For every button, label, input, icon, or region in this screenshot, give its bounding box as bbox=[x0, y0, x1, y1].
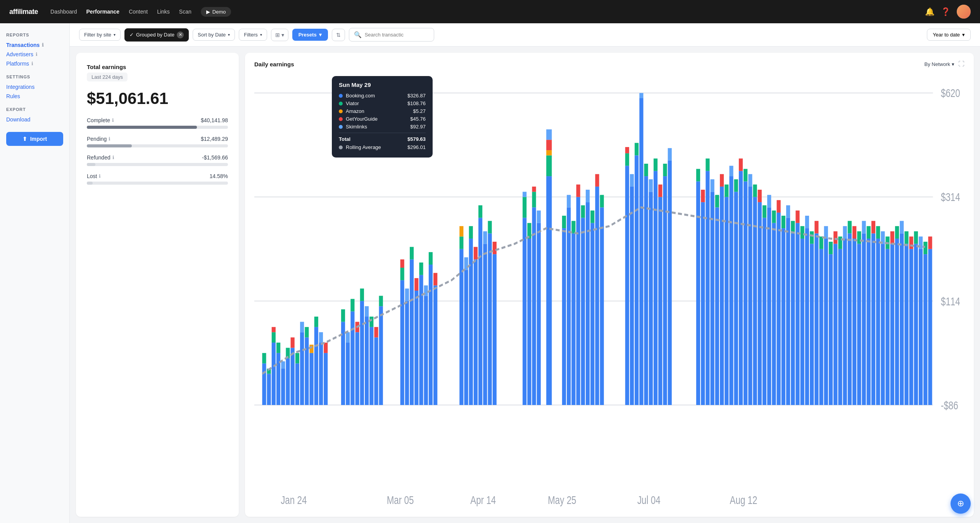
platforms-info-icon[interactable]: ℹ bbox=[31, 61, 33, 66]
sidebar-item-advertisers[interactable]: Advertisers ℹ bbox=[6, 50, 63, 59]
nav-links-item[interactable]: Links bbox=[157, 9, 170, 15]
viator-dot bbox=[339, 102, 343, 106]
nav-dashboard[interactable]: Dashboard bbox=[50, 9, 77, 15]
amazon-name: Amazon bbox=[346, 108, 364, 114]
avatar[interactable] bbox=[957, 5, 971, 19]
svg-text:-$86: -$86 bbox=[941, 399, 958, 412]
svg-rect-14 bbox=[272, 327, 276, 332]
filters-button[interactable]: Filters ▾ bbox=[239, 29, 267, 41]
help-icon[interactable]: ❓ bbox=[941, 7, 951, 16]
columns-button[interactable]: ⊞ ▾ bbox=[271, 29, 288, 41]
svg-rect-49 bbox=[369, 327, 373, 405]
demo-button[interactable]: ▶ Demo bbox=[201, 7, 231, 17]
filter-by-site-button[interactable]: Filter by site ▾ bbox=[79, 29, 121, 41]
svg-rect-169 bbox=[758, 202, 762, 405]
svg-text:$314: $314 bbox=[941, 190, 960, 204]
tooltip-amazon: Amazon $5.27 bbox=[339, 108, 426, 114]
svg-rect-143 bbox=[696, 182, 700, 405]
toolbar: Filter by site ▾ ✓ Grouped by Date ✕ Sor… bbox=[70, 23, 980, 47]
svg-rect-219 bbox=[876, 239, 880, 405]
sidebar-item-transactions[interactable]: Transactions ℹ bbox=[6, 40, 63, 50]
svg-rect-27 bbox=[305, 338, 309, 405]
tooltip-viator: Viator $108.76 bbox=[339, 100, 426, 106]
svg-rect-196 bbox=[819, 237, 823, 249]
sort-date-label: Sort by Date bbox=[198, 32, 226, 38]
sidebar-item-integrations[interactable]: Integrations bbox=[6, 82, 63, 92]
svg-rect-13 bbox=[272, 332, 276, 343]
chart-controls: By Network ▾ ⛶ bbox=[925, 61, 964, 68]
brand-logo[interactable]: affilimate bbox=[9, 8, 38, 16]
close-icon[interactable]: ✕ bbox=[177, 31, 184, 38]
sidebar-item-platforms[interactable]: Platforms ℹ bbox=[6, 59, 63, 68]
search-input[interactable] bbox=[365, 32, 429, 38]
chevron-down-icon: ▾ bbox=[962, 32, 965, 38]
grouped-by-date-button[interactable]: ✓ Grouped by Date ✕ bbox=[124, 28, 189, 42]
svg-rect-78 bbox=[469, 226, 473, 239]
complete-info-icon[interactable]: ℹ bbox=[112, 118, 114, 123]
fullscreen-button[interactable]: ⛶ bbox=[958, 61, 964, 68]
sort-by-date-button[interactable]: Sort by Date ▾ bbox=[193, 29, 235, 41]
svg-rect-53 bbox=[379, 306, 383, 405]
svg-rect-195 bbox=[819, 249, 823, 405]
svg-rect-138 bbox=[658, 185, 662, 197]
svg-rect-145 bbox=[701, 202, 705, 405]
svg-rect-87 bbox=[493, 254, 497, 405]
svg-rect-25 bbox=[300, 332, 304, 405]
by-network-button[interactable]: By Network ▾ bbox=[925, 61, 954, 67]
advertisers-info-icon[interactable]: ℹ bbox=[36, 52, 38, 57]
svg-rect-90 bbox=[523, 197, 526, 218]
refunded-info-icon[interactable]: ℹ bbox=[112, 155, 114, 160]
svg-rect-102 bbox=[546, 140, 552, 150]
adjust-button[interactable]: ⇅ bbox=[332, 29, 345, 41]
card-title: Total earnings bbox=[87, 64, 228, 70]
svg-rect-200 bbox=[829, 242, 833, 254]
sidebar-item-rules[interactable]: Rules bbox=[6, 92, 63, 101]
support-button[interactable]: ⊕ bbox=[951, 494, 971, 514]
nav-scan[interactable]: Scan bbox=[179, 9, 192, 15]
nav-content[interactable]: Content bbox=[129, 9, 148, 15]
sidebar-label-advertisers: Advertisers bbox=[6, 51, 33, 57]
navbar: affilimate Dashboard Performance Content… bbox=[0, 0, 980, 23]
tooltip-skimlinks: Skimlinks $92.97 bbox=[339, 124, 426, 130]
content-area: Total earnings Last 224 days $51,061.61 … bbox=[70, 47, 980, 523]
svg-rect-33 bbox=[319, 343, 323, 405]
amazon-dot bbox=[339, 109, 343, 113]
svg-rect-17 bbox=[281, 369, 285, 405]
tooltip-booking: Booking.com $326.87 bbox=[339, 93, 426, 99]
presets-button[interactable]: Presets ▾ bbox=[292, 29, 328, 41]
svg-rect-170 bbox=[758, 190, 762, 202]
svg-rect-79 bbox=[474, 260, 478, 405]
svg-rect-202 bbox=[833, 231, 837, 244]
svg-rect-114 bbox=[586, 202, 590, 405]
svg-rect-128 bbox=[635, 143, 638, 155]
svg-rect-240 bbox=[923, 242, 927, 254]
svg-rect-166 bbox=[748, 174, 752, 187]
chevron-down-icon: ▾ bbox=[281, 32, 284, 38]
svg-rect-171 bbox=[763, 218, 766, 405]
bell-icon[interactable]: 🔔 bbox=[925, 7, 935, 16]
nav-performance[interactable]: Performance bbox=[86, 9, 120, 15]
date-range-button[interactable]: Year to date ▾ bbox=[927, 29, 971, 41]
svg-rect-108 bbox=[571, 234, 575, 405]
sidebar-item-download[interactable]: Download bbox=[6, 115, 63, 124]
svg-rect-162 bbox=[739, 159, 743, 171]
transactions-info-icon[interactable]: ℹ bbox=[42, 42, 44, 48]
svg-rect-183 bbox=[791, 234, 795, 405]
import-button[interactable]: ⬆ Import bbox=[6, 132, 63, 146]
video-icon: ▶ bbox=[206, 9, 210, 15]
pending-progress-fill bbox=[87, 144, 132, 147]
svg-rect-122 bbox=[625, 166, 629, 405]
svg-text:$114: $114 bbox=[941, 295, 960, 308]
svg-rect-146 bbox=[701, 190, 705, 202]
svg-rect-9 bbox=[262, 353, 266, 364]
svg-rect-86 bbox=[488, 221, 492, 233]
pending-info-icon[interactable]: ℹ bbox=[109, 136, 110, 142]
svg-rect-144 bbox=[696, 169, 700, 181]
avatar-image bbox=[957, 5, 971, 19]
svg-rect-220 bbox=[876, 226, 880, 239]
lost-info-icon[interactable]: ℹ bbox=[99, 173, 101, 179]
svg-rect-163 bbox=[744, 182, 747, 405]
tooltip-total-row: Total $579.63 bbox=[339, 133, 426, 142]
chevron-down-icon: ▾ bbox=[319, 32, 322, 38]
svg-rect-68 bbox=[429, 265, 433, 405]
